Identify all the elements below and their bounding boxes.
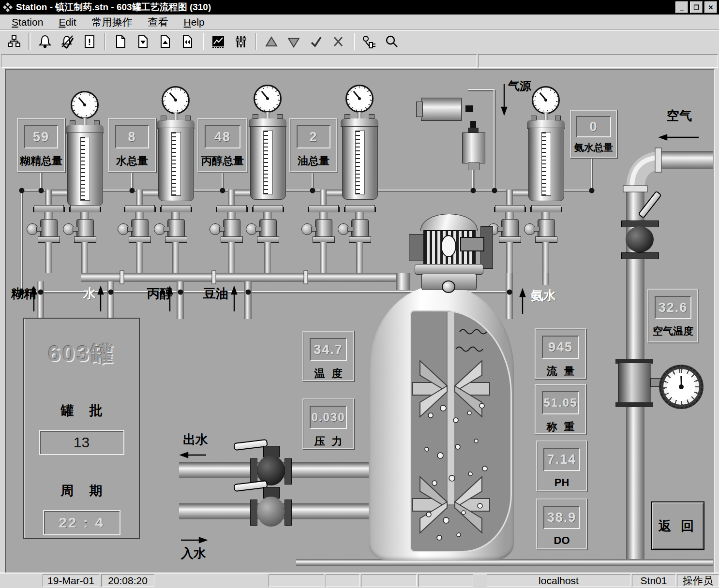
valve-assembly[interactable] (33, 205, 64, 273)
status-station: Stn01 (632, 574, 675, 587)
alarm-bell-icon[interactable] (34, 32, 56, 51)
valve-assembly[interactable] (344, 205, 375, 273)
minimize-icon[interactable]: _ (675, 1, 689, 14)
trend-chart-icon[interactable] (207, 32, 229, 51)
valve-assembly[interactable] (124, 205, 155, 273)
page-down-icon[interactable] (132, 32, 154, 51)
page-up-icon[interactable] (154, 32, 176, 51)
valve-assembly[interactable] (252, 205, 283, 273)
sub-bar (0, 52, 719, 69)
valve-assembly[interactable] (530, 205, 561, 273)
fermentation-vessel (369, 285, 514, 560)
water-in-valve[interactable] (250, 489, 292, 533)
toolbar-separator (29, 33, 30, 50)
level-scale (541, 132, 551, 196)
pressure-gauge-icon (532, 86, 560, 114)
page-new-icon[interactable] (109, 32, 132, 51)
value-display[interactable]: 0 (576, 116, 611, 137)
gas-source-label: 气源 (508, 78, 531, 94)
value-display[interactable]: 945 (542, 336, 579, 359)
menu-common-operations[interactable]: 常用操作 (84, 15, 140, 29)
menu-edit[interactable]: Edit (51, 16, 84, 28)
vessel-cutaway (410, 310, 512, 552)
alarm-summary-page-icon[interactable]: ! (78, 32, 101, 51)
water-out-label: 出水 (183, 431, 208, 448)
station-tree-icon[interactable] (3, 32, 25, 51)
valve-assembly[interactable] (494, 205, 525, 273)
totalizer-label: 油总量 (291, 154, 336, 168)
totalizer-dextrin: 59 糊精总量 (17, 118, 65, 173)
menu-help[interactable]: Help (176, 16, 212, 28)
status-user: 操作员 (677, 574, 719, 587)
measure-label: PH (538, 476, 586, 489)
value-display[interactable]: 51.05 (542, 391, 579, 414)
subbar-left-panel (1, 54, 477, 68)
value-display[interactable]: 0.030 (310, 406, 347, 429)
measure-label: 流量 (536, 364, 585, 379)
pneumatic-actuator-vertical (462, 124, 484, 168)
value-display[interactable]: 7.14 (543, 448, 580, 471)
toolbar-separator (353, 33, 355, 50)
menu-station[interactable]: Station (4, 16, 51, 28)
tank-603-panel: 603罐 罐批 13 周期 22 : 4 (23, 318, 140, 539)
value-display[interactable]: 32.6 (655, 296, 691, 319)
close-icon[interactable]: ✕ (704, 1, 718, 14)
search-magnifier-icon[interactable] (380, 32, 403, 51)
tank-603-title: 603罐 (24, 339, 139, 369)
valve-assembly[interactable] (308, 205, 339, 273)
totalizer-label: 水总量 (109, 154, 155, 168)
totalizer-ammonia: 0 氨水总量 (570, 110, 617, 158)
value-display[interactable]: 2 (297, 125, 330, 148)
measure-pressure: 0.030 压力 (302, 398, 354, 449)
material-label-water: 水 (83, 285, 96, 302)
status-cell-empty (269, 574, 324, 587)
material-label-dextrin: 糊精 (11, 285, 36, 302)
lower-icon[interactable] (283, 32, 305, 51)
value-display[interactable]: 38.9 (543, 506, 580, 529)
measure-label: 温度 (304, 367, 353, 381)
pressure-gauge-icon (71, 91, 99, 119)
measure-temperature: 34.7 温度 (302, 331, 354, 382)
status-bar: 19-Mar-01 20:08:20 localhost Stn01 操作员 (0, 573, 719, 588)
value-display[interactable]: 34.7 (310, 338, 347, 361)
return-button[interactable]: 返 回 (651, 501, 704, 550)
measure-label: 称重 (536, 420, 585, 434)
cycle-value-box[interactable]: 22 : 4 (43, 510, 120, 535)
connect-plug-icon[interactable] (358, 32, 380, 51)
status-cell-empty (361, 574, 417, 587)
toolbar-separator (104, 33, 106, 50)
valve-assembly[interactable] (69, 205, 100, 273)
status-cell-empty (326, 574, 360, 587)
status-host: localhost (487, 574, 630, 587)
process-mimic-canvas: 59 糊精总量 8 水总量 48 丙醇总量 2 油总量 0 氨水总量 气源 空气… (5, 69, 715, 573)
restore-icon[interactable]: ❐ (689, 1, 703, 14)
valve-assembly[interactable] (160, 205, 191, 273)
value-display[interactable]: 8 (115, 125, 149, 148)
air-line-valve[interactable] (611, 213, 674, 266)
agitator-motor (415, 214, 482, 291)
material-label-soybean-oil: 豆油 (203, 285, 228, 302)
menu-view[interactable]: 查看 (140, 15, 176, 29)
level-scale (263, 131, 273, 194)
value-display[interactable]: 59 (24, 125, 58, 148)
toolbar: ! (0, 30, 719, 52)
svg-text:!: ! (88, 37, 91, 47)
totalizer-oil: 2 油总量 (289, 118, 338, 173)
alarm-acknowledge-icon[interactable] (56, 32, 78, 51)
raise-icon[interactable] (260, 32, 283, 51)
cancel-icon[interactable] (327, 32, 349, 51)
totalizer-propanol: 48 丙醇总量 (197, 118, 248, 173)
measure-weight: 51.05 称重 (535, 384, 586, 435)
page-previous-icon[interactable] (176, 32, 198, 51)
pressure-gauge-icon (345, 85, 374, 113)
app-icon (1, 1, 14, 13)
valve-assembly[interactable] (216, 205, 247, 273)
confirm-icon[interactable] (305, 32, 327, 51)
batch-value-box[interactable]: 13 (39, 430, 124, 455)
group-display-icon[interactable] (229, 32, 252, 51)
level-scale (80, 137, 90, 201)
material-label-propanol: 丙醇 (147, 285, 172, 302)
totalizer-water: 8 水总量 (108, 118, 156, 173)
menu-bar: Station Edit 常用操作 查看 Help (0, 15, 719, 30)
value-display[interactable]: 48 (205, 125, 240, 148)
